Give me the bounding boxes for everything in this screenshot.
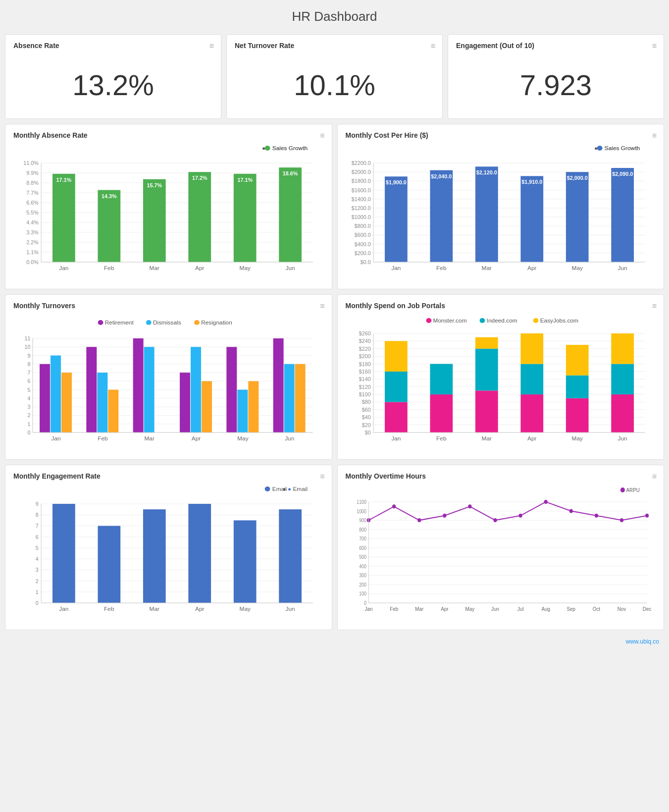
menu-icon-overtime-hours[interactable]: ≡ xyxy=(652,472,657,481)
svg-rect-134 xyxy=(180,373,190,433)
svg-text:$2,000.0: $2,000.0 xyxy=(566,176,587,181)
svg-rect-200 xyxy=(566,345,588,376)
svg-text:9.9%: 9.9% xyxy=(26,170,39,176)
svg-rect-191 xyxy=(475,349,498,391)
svg-text:$1000.0: $1000.0 xyxy=(351,215,370,220)
svg-point-152 xyxy=(533,318,538,323)
svg-point-293 xyxy=(645,514,649,518)
svg-rect-139 xyxy=(237,390,248,433)
svg-rect-233 xyxy=(98,526,120,603)
svg-rect-34 xyxy=(188,172,211,262)
svg-point-148 xyxy=(426,318,431,323)
svg-text:Dec: Dec xyxy=(642,606,651,612)
svg-text:4.4%: 4.4% xyxy=(26,220,39,225)
chart-title-absence-rate: Monthly Absence Rate xyxy=(13,131,324,139)
svg-text:Apr: Apr xyxy=(195,606,205,612)
kpi-value-absence: 13.2% xyxy=(13,54,213,111)
svg-point-209 xyxy=(265,487,270,491)
svg-rect-25 xyxy=(52,174,75,262)
svg-text:Feb: Feb xyxy=(98,435,107,441)
chart-title-turnovers: Monthly Turnovers xyxy=(13,302,324,310)
svg-text:1000: 1000 xyxy=(357,508,366,514)
chart-title-job-portals: Monthly Spend on Job Portals xyxy=(346,302,656,310)
svg-text:6: 6 xyxy=(28,379,31,384)
svg-text:May: May xyxy=(571,265,583,271)
svg-text:6: 6 xyxy=(36,535,39,540)
kpi-card-absence: Absence Rate ≡ 13.2% xyxy=(5,34,221,119)
svg-text:17.1%: 17.1% xyxy=(56,177,72,183)
chart-cost-per-hire: ● ● Sales Growth Sales Growth$0.0$200.0$… xyxy=(346,143,656,282)
menu-icon-job-portals[interactable]: ≡ xyxy=(652,302,657,311)
svg-text:Mar: Mar xyxy=(415,606,423,612)
svg-rect-37 xyxy=(234,174,257,262)
svg-point-92 xyxy=(98,320,103,325)
menu-icon-turnover[interactable]: ≡ xyxy=(431,42,435,51)
menu-icon-turnovers[interactable]: ≡ xyxy=(320,302,324,311)
svg-rect-31 xyxy=(143,179,166,262)
svg-text:Aug: Aug xyxy=(541,606,550,612)
chart-title-engagement-rate: Monthly Engagement Rate xyxy=(13,472,324,480)
svg-text:8: 8 xyxy=(36,513,39,518)
svg-rect-122 xyxy=(40,364,50,433)
svg-text:Jun: Jun xyxy=(286,265,295,271)
svg-rect-199 xyxy=(566,376,588,398)
svg-point-46 xyxy=(597,146,602,151)
svg-text:May: May xyxy=(240,606,251,612)
page-title: HR Dashboard xyxy=(5,5,664,28)
svg-text:2: 2 xyxy=(36,579,39,584)
svg-text:10: 10 xyxy=(25,345,31,350)
svg-text:Nov: Nov xyxy=(617,606,626,612)
svg-point-150 xyxy=(479,318,485,323)
svg-text:$260: $260 xyxy=(359,331,370,336)
svg-rect-40 xyxy=(279,167,302,262)
svg-rect-142 xyxy=(273,338,284,433)
chart-job-portals: Monster.comIndeed.comEasyJobs.com$0$20$4… xyxy=(346,314,656,452)
chart-absence-rate: ● ● Sales Growth Sales Growth0.0%1.1%2.2… xyxy=(13,143,324,282)
svg-rect-182 xyxy=(385,402,408,433)
svg-rect-190 xyxy=(475,390,498,433)
menu-icon-absence-rate[interactable]: ≡ xyxy=(320,131,324,140)
svg-text:Feb: Feb xyxy=(390,606,398,612)
menu-icon-absence[interactable]: ≡ xyxy=(209,42,214,51)
svg-text:Jan: Jan xyxy=(391,435,401,441)
footer-url: www.ubiq.co xyxy=(626,638,659,645)
svg-text:15.7%: 15.7% xyxy=(147,183,162,188)
svg-text:Apr: Apr xyxy=(195,265,205,271)
svg-text:7.7%: 7.7% xyxy=(26,190,39,196)
svg-text:3: 3 xyxy=(28,405,31,410)
svg-text:700: 700 xyxy=(359,536,366,542)
svg-text:$2,090.0: $2,090.0 xyxy=(612,171,633,177)
menu-icon-engagement[interactable]: ≡ xyxy=(652,42,657,51)
svg-text:Mar: Mar xyxy=(145,435,155,441)
svg-text:Jul: Jul xyxy=(517,606,523,612)
svg-text:400: 400 xyxy=(359,563,366,569)
svg-text:Feb: Feb xyxy=(436,435,446,441)
svg-text:$1600.0: $1600.0 xyxy=(351,188,370,193)
svg-point-281 xyxy=(493,518,497,522)
svg-rect-231 xyxy=(52,504,75,603)
menu-icon-engagement-rate[interactable]: ≡ xyxy=(320,472,324,481)
svg-rect-183 xyxy=(385,372,408,402)
svg-text:600: 600 xyxy=(359,545,366,551)
svg-rect-123 xyxy=(51,356,61,433)
svg-text:17.1%: 17.1% xyxy=(237,177,253,183)
svg-rect-144 xyxy=(295,364,306,433)
svg-text:18.6%: 18.6% xyxy=(283,171,298,176)
svg-text:$1200.0: $1200.0 xyxy=(351,206,370,211)
svg-text:$180: $180 xyxy=(359,362,370,367)
svg-rect-126 xyxy=(86,347,97,433)
svg-text:1: 1 xyxy=(36,590,39,595)
svg-text:Jun: Jun xyxy=(285,435,294,441)
kpi-label-engagement: Engagement (Out of 10) xyxy=(456,42,656,50)
svg-text:Sales Growth: Sales Growth xyxy=(604,145,639,151)
svg-point-289 xyxy=(594,514,598,518)
chart-overtime-hours: ARPU010020030040050060070080090010001100… xyxy=(346,484,656,623)
menu-icon-cost-per-hire[interactable]: ≡ xyxy=(652,131,657,140)
svg-text:200: 200 xyxy=(359,582,366,588)
svg-text:Apr: Apr xyxy=(527,265,537,271)
kpi-value-engagement: 7.923 xyxy=(456,54,656,111)
svg-rect-187 xyxy=(430,364,453,395)
svg-text:2: 2 xyxy=(28,413,31,419)
svg-rect-192 xyxy=(475,337,498,349)
kpi-value-turnover: 10.1% xyxy=(235,54,434,111)
